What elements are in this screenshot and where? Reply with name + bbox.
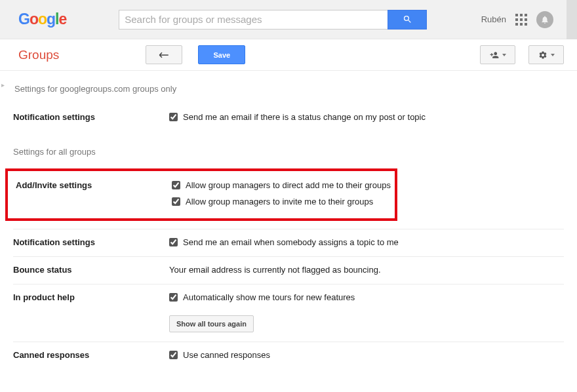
bounce-status-text: Your email address is currently not flag… [169, 265, 564, 275]
allow-direct-add-option[interactable]: Allow group managers to direct add me to… [172, 180, 395, 190]
auto-tours-option[interactable]: Automatically show me tours for new feat… [169, 292, 564, 302]
app-title[interactable]: Groups [18, 48, 59, 62]
status-change-checkbox[interactable] [169, 113, 178, 121]
username-label[interactable]: Rubén [481, 14, 506, 24]
notifications-button[interactable] [536, 11, 553, 28]
back-arrow-icon [158, 51, 170, 59]
row-label: Add/Invite settings [16, 180, 172, 206]
settings-content: ▸ Settings for googlegroups.com groups o… [0, 71, 577, 382]
settings-dropdown[interactable] [528, 45, 564, 64]
chevron-down-icon [502, 54, 506, 56]
all-groups-header: Settings for all groups [13, 147, 564, 157]
row-label: In product help [13, 292, 169, 332]
header-right: Rubén [481, 0, 564, 39]
row-label: Canned responses [13, 350, 169, 360]
canned-responses-row: Canned responses Use canned responses [13, 342, 564, 369]
gear-icon [538, 50, 548, 60]
allow-invite-checkbox[interactable] [172, 197, 180, 206]
checkbox-label: Allow group managers to invite me to the… [186, 197, 373, 206]
members-dropdown[interactable] [480, 45, 515, 64]
notification-settings-row-1: Notification settings Send me an email i… [13, 112, 564, 131]
chevron-down-icon [551, 54, 555, 56]
assign-topic-checkbox[interactable] [169, 238, 178, 246]
search-input[interactable] [119, 10, 388, 29]
back-button[interactable] [146, 45, 182, 64]
in-product-help-row: In product help Automatically show me to… [13, 284, 564, 342]
checkbox-label: Automatically show me tours for new feat… [183, 292, 355, 302]
notification-settings-row-2: Notification settings Send me an email w… [13, 229, 564, 256]
search-icon [403, 14, 412, 24]
header-edge [567, 0, 577, 39]
google-logo[interactable]: Google [18, 10, 66, 28]
allow-direct-add-checkbox[interactable] [172, 181, 180, 189]
use-canned-responses-checkbox[interactable] [169, 351, 178, 359]
row-label: Notification settings [13, 112, 169, 122]
apps-icon[interactable] [515, 14, 527, 26]
allow-invite-option[interactable]: Allow group managers to invite me to the… [172, 197, 395, 206]
status-change-email-option[interactable]: Send me an email if there is a status ch… [169, 112, 564, 122]
add-invite-settings-row: Add/Invite settings Allow group managers… [16, 180, 395, 206]
checkbox-label: Allow group managers to direct add me to… [186, 180, 391, 190]
checkbox-label: Send me an email if there is a status ch… [183, 112, 426, 122]
bell-icon [540, 15, 549, 24]
toolbar: Groups Save [0, 39, 577, 71]
row-label: Notification settings [13, 237, 169, 247]
person-add-icon [489, 50, 500, 60]
app-header: Google Rubén [0, 0, 577, 39]
auto-tours-checkbox[interactable] [169, 293, 178, 302]
bounce-status-row: Bounce status Your email address is curr… [13, 256, 564, 284]
checkbox-label: Send me an email when somebody assigns a… [183, 237, 399, 247]
search-button[interactable] [388, 10, 427, 29]
save-button[interactable]: Save [198, 45, 245, 64]
row-label: Bounce status [13, 265, 169, 275]
gg-groups-note: Settings for googlegroups.com groups onl… [14, 84, 564, 94]
assign-topic-email-option[interactable]: Send me an email when somebody assigns a… [169, 237, 564, 247]
search-bar [119, 10, 427, 29]
expand-sidebar-handle[interactable]: ▸ [1, 81, 8, 90]
checkbox-label: Use canned responses [183, 350, 270, 360]
add-invite-highlight: Add/Invite settings Allow group managers… [5, 168, 397, 221]
use-canned-responses-option[interactable]: Use canned responses [169, 350, 564, 360]
show-all-tours-button[interactable]: Show all tours again [169, 315, 254, 332]
